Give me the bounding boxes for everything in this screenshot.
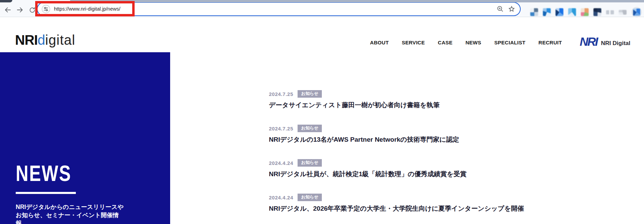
news-list-item[interactable]: 2024.7.25 お知らせ NRIデジタルの13名がAWS Partner N… bbox=[269, 125, 549, 144]
panel-description-line: NRIデジタルからのニュースリリースや bbox=[16, 203, 124, 211]
back-button[interactable] bbox=[3, 5, 12, 14]
news-title-link[interactable]: NRIデジタル社員が、統計検定1級「統計数理」の優秀成績賞を受賞 bbox=[269, 170, 549, 179]
site-settings-icon[interactable] bbox=[41, 4, 51, 14]
page-title: NEWS bbox=[16, 163, 71, 184]
news-title-link[interactable]: NRIデジタル、2026年卒業予定の大学生・大学院生向けに夏季インターンシップを… bbox=[269, 204, 549, 213]
browser-tab-strip bbox=[0, 0, 644, 2]
nav-item-service[interactable]: SERVICE bbox=[402, 40, 425, 45]
extension-icon[interactable] bbox=[556, 8, 563, 16]
browser-toolbar: https://www.nri-digital.jp/news/ bbox=[0, 2, 644, 17]
window-corner bbox=[0, 0, 12, 2]
nav-item-recruit[interactable]: RECRUIT bbox=[538, 40, 562, 45]
extension-icon[interactable] bbox=[593, 8, 601, 16]
news-list: 2024.7.25 お知らせ データサイエンティスト藤田一樹が初心者向け書籍を執… bbox=[269, 90, 549, 224]
reload-icon bbox=[29, 6, 36, 14]
extension-icon[interactable] bbox=[543, 8, 551, 16]
news-hero-panel: NEWS NRIデジタルからのニュースリリースや お知らせ、セミナー・イベント開… bbox=[0, 52, 170, 224]
logo-text-rest: igital bbox=[45, 32, 75, 47]
profile-avatar[interactable] bbox=[631, 7, 642, 17]
bookmark-star-icon[interactable] bbox=[508, 5, 516, 13]
forward-arrow-icon bbox=[16, 6, 24, 14]
extension-icon[interactable] bbox=[530, 8, 538, 16]
tab-strip-band bbox=[70, 0, 644, 2]
avatar-image bbox=[633, 9, 640, 16]
extension-icon[interactable] bbox=[606, 10, 614, 14]
back-arrow-icon bbox=[4, 6, 12, 14]
news-list-item[interactable]: 2024.4.24 お知らせ NRIデジタル社員が、統計検定1級「統計数理」の優… bbox=[269, 159, 549, 179]
news-title-link[interactable]: NRIデジタルの13名がAWS Partner Networkの技術専門家に認定 bbox=[269, 135, 549, 144]
nav-item-case[interactable]: CASE bbox=[438, 40, 453, 45]
title-underline bbox=[16, 192, 76, 194]
nav-item-specialist[interactable]: SPECIALIST bbox=[494, 40, 525, 45]
nri-brand-label: NRI Digital bbox=[601, 40, 630, 47]
panel-description: NRIデジタルからのニュースリリースや お知らせ、セミナー・イベント開催情 報 bbox=[16, 203, 124, 224]
news-list-item[interactable]: 2024.7.25 お知らせ データサイエンティスト藤田一樹が初心者向け書籍を執… bbox=[269, 90, 549, 110]
news-category-badge: お知らせ bbox=[298, 159, 322, 167]
news-date: 2024.4.24 bbox=[269, 160, 293, 166]
news-category-badge: お知らせ bbox=[298, 125, 322, 132]
news-title-link[interactable]: データサイエンティスト藤田一樹が初心者向け書籍を執筆 bbox=[269, 101, 549, 110]
forward-button[interactable] bbox=[15, 5, 24, 14]
url-input[interactable]: https://www.nri-digital.jp/news/ bbox=[54, 3, 120, 15]
extension-icon[interactable] bbox=[581, 8, 589, 16]
extension-icon[interactable] bbox=[619, 10, 627, 15]
extension-icon[interactable] bbox=[568, 8, 576, 16]
address-bar[interactable]: https://www.nri-digital.jp/news/ bbox=[38, 3, 520, 15]
news-category-badge: お知らせ bbox=[298, 90, 322, 98]
news-date: 2024.7.25 bbox=[269, 91, 293, 97]
logo-text-d: d bbox=[38, 32, 45, 47]
site-header: NRIdigital ABOUT SERVICE CASE NEWS SPECI… bbox=[0, 17, 644, 52]
news-list-item[interactable]: 2024.4.24 お知らせ NRIデジタル、2026年卒業予定の大学生・大学院… bbox=[269, 194, 549, 213]
logo-text-bold: NRI bbox=[15, 32, 38, 47]
nri-group-brand[interactable]: NRI NRI Digital bbox=[580, 37, 630, 47]
panel-description-line: 報 bbox=[16, 219, 124, 224]
nri-mark-icon: NRI bbox=[580, 37, 597, 47]
extensions-row bbox=[530, 5, 642, 19]
zoom-level-icon[interactable] bbox=[496, 5, 504, 13]
nav-item-about[interactable]: ABOUT bbox=[370, 40, 389, 45]
news-category-badge: お知らせ bbox=[298, 194, 322, 201]
news-date: 2024.7.25 bbox=[269, 126, 293, 131]
panel-description-line: お知らせ、セミナー・イベント開催情 bbox=[16, 211, 124, 219]
news-date: 2024.4.24 bbox=[269, 195, 293, 200]
nav-item-news[interactable]: NEWS bbox=[465, 40, 481, 45]
reload-button[interactable] bbox=[28, 5, 37, 14]
main-nav: ABOUT SERVICE CASE NEWS SPECIALIST RECRU… bbox=[370, 40, 562, 47]
nridigital-logo[interactable]: NRIdigital bbox=[15, 33, 75, 47]
